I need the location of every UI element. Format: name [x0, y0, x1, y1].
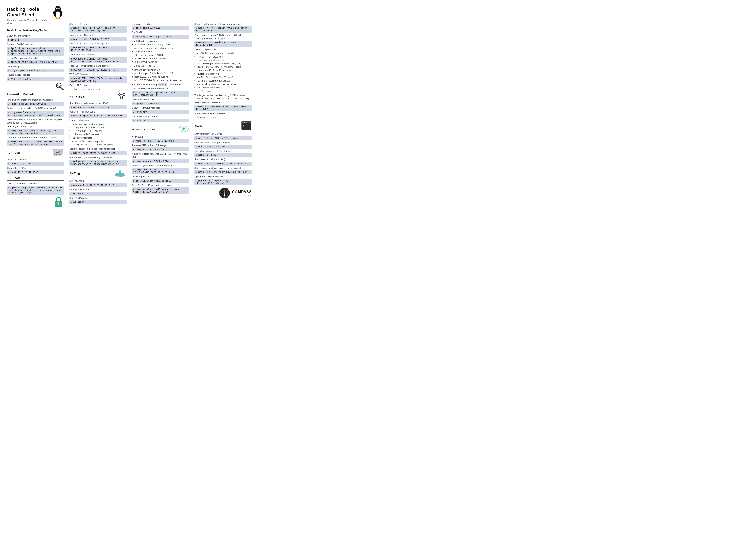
desc-scan-dbs: Public internet scan databases:: [194, 112, 252, 115]
lock-icon: [53, 196, 64, 208]
cmd-masscan: # masscan -p80,8000-8100 --rate 20000 10…: [194, 104, 252, 111]
svg-point-11: [58, 17, 60, 19]
svg-point-47: [246, 122, 247, 123]
shark-icon: [114, 168, 126, 178]
desc-change-ip: Change IP/MAC address:: [7, 43, 64, 46]
col4-spacer: [194, 7, 252, 22]
desc-perf-tuning: Performance Tuning (1 SYN packet ≈ 60 by…: [194, 33, 252, 40]
bullet-PR: -PR: ARP host discovery: [194, 55, 252, 59]
logo-highlight: O: [235, 190, 238, 194]
desc-sslyze: Test TLS server certificate and ciphers:: [69, 64, 126, 68]
bullet-curl-L: -L: Follow redirects: [69, 136, 126, 140]
divider: [7, 33, 64, 33]
desc-nmap-script: Or using an nmap script:: [7, 125, 64, 128]
bullet-sC: -sC: Script scan (default scripts): [194, 79, 252, 83]
bullet-r: -r file: Read PCAP file: [132, 60, 189, 64]
cmd-dns: # dig compass-security.com: [7, 69, 64, 72]
bullet-not-arp: not arp: No ARP packets: [132, 69, 189, 72]
cmd-nikto: # nikto -host https://example.net: [69, 151, 126, 155]
cmd-amass: # amass enum -src -brute -min-for-recurs…: [7, 140, 64, 146]
logo-text-block: COMPASS SECURITY: [232, 190, 252, 196]
cmd-nmap-script: # nmap -sn -Pn compass-security.com --sc…: [7, 129, 64, 135]
desc-amass: Combine various sources for subdomain en…: [7, 136, 64, 139]
cmd-dig-ns: # dig example.com ns # dig example.com a…: [7, 111, 64, 117]
section-heading-basic-linux: Basic Linux Networking Tools: [7, 29, 64, 32]
curl-options-list: -k: Accept untrusted certificates -d "fo…: [69, 123, 126, 147]
cmd-list-scripts: # ls /usr/share/nmap/scripts: [132, 179, 189, 183]
svg-point-28: [121, 97, 122, 99]
desc-arpspoof: ARP spoofing:: [69, 180, 126, 183]
desc-bind-shell: Start bind shell (on victim):: [194, 132, 252, 136]
desc-tcp-scan: TCP scan (SYN scan = half-open scan):: [132, 164, 189, 167]
svg-point-13: [57, 84, 60, 87]
desc-pty: Upgrade to pseudo terminal:: [194, 175, 252, 178]
terminal-icon: $ _: [241, 121, 252, 130]
cmd-gobuster: # gobuster -u https://10.5.23.42 -w /usr…: [69, 159, 126, 166]
cmd-arp-scan: # nmap -n -sn -PR 10.5.23.0/24: [132, 139, 189, 143]
svg-point-53: [224, 192, 225, 194]
cmd-ncat-connect: # ncat 10.5.23.42 1337: [7, 170, 64, 174]
desc-tcpdump-filters: Useful tcpdump filters:: [132, 65, 189, 68]
desc-ip-config: Show IP configuration:: [7, 34, 64, 38]
ncat-icon: ncat: [52, 148, 64, 156]
desc-vuln-scan: Scan for vulnerabilities (script categor…: [194, 22, 252, 26]
cmd-connect-bind: # ncat 10.5.23.42 2305: [194, 145, 252, 149]
svg-text:ncat: ncat: [56, 151, 60, 153]
col3-spacer: [132, 7, 189, 22]
section-heading-tcp: TCP Tools: [7, 151, 20, 154]
svg-point-6: [59, 8, 60, 9]
desc-cidr: The target can be specified using CIDR n…: [194, 94, 252, 100]
bullet-XX: -XX: Print in hex and ASCII: [132, 53, 189, 57]
bullet-i: -i interface: Interface or any for all: [132, 43, 189, 46]
bullet-curl-d: -d "foo=bar": HTTP POST data: [69, 126, 126, 129]
column-4: Scan for vulnerabilities (script categor…: [192, 4, 254, 210]
bullet-curl-k: -k: Accept untrusted certificates: [69, 123, 126, 126]
bullet-script: --script <file/category>: Specific scrip…: [194, 83, 252, 86]
bullet-ssllabs: ssllabs.com, hardenize.com: [69, 88, 126, 91]
eye-icon: [178, 124, 189, 133]
desc-nmap-options: Useful nmap options:: [194, 48, 252, 51]
page-layout: Hacking Tools Cheat Sheet Compass Securi…: [4, 4, 254, 210]
bullet-port: port ftp or port 23: Only port 21 or 23: [132, 72, 189, 75]
cmd-ettercap: # ettercap -G: [69, 192, 126, 196]
desc-flush-arp: Delete ARP cache:: [132, 22, 189, 26]
desc-driftnet: Show transmitted images:: [132, 115, 189, 118]
divider4: [7, 181, 64, 181]
cmd-ngrep: # ngrep -i password: [132, 101, 189, 105]
svg-text:$ _: $ _: [243, 125, 247, 127]
header-section: Hacking Tools Cheat Sheet Compass Securi…: [7, 7, 64, 27]
desc-crt: Get hostnames from CT logs: Search for %…: [7, 118, 64, 125]
svg-line-30: [120, 95, 121, 97]
cmd-self-signed: # openssl req -x509 -newkey rsa:2048 -ke…: [7, 186, 64, 195]
cmd-ssh-sniff: ssh 10.5.23.42 tcpdump -w- port not ssh …: [132, 91, 189, 97]
cmd-rdns-range: # nmap -sL 10.5.23.0/24: [132, 148, 189, 152]
online-tls-list: ssllabs.com, hardenize.com: [69, 88, 126, 91]
bullet-iL: -iL file: Host input file: [194, 72, 252, 76]
svg-marker-33: [118, 169, 122, 174]
svg-point-26: [118, 93, 121, 96]
nmap-options-list: -n: Disable name and port resolution -PR…: [194, 52, 252, 93]
divider5: [69, 100, 126, 100]
cmd-arp-cache: # ip neigh: [69, 200, 126, 204]
column-3: Delete ARP cache: # ip neigh flush all S…: [129, 4, 192, 210]
svg-line-14: [61, 87, 63, 90]
cmd-listen-reverse: # ncat -l -p 23: [194, 153, 252, 157]
desc-ncat-listen: Listen on TCP port:: [7, 158, 64, 161]
col2-spacer: [69, 7, 126, 22]
bullet-net: net 10.5.23.0/24: Only from/to hosts in …: [132, 79, 189, 82]
cmd-connect-tls: # ncat --ssl 10.5.23.42 1337: [69, 37, 126, 41]
cmd-perf-tuning: # nmap -n -Pn --min-rate 20000 10.5.23.0…: [194, 41, 252, 47]
tcpdump-filters-list: not arp: No ARP packets port ftp or port…: [132, 69, 189, 82]
bullet-curl-H: -H: "Foo: Bar": HTTP header: [69, 129, 126, 133]
tcpdump-options-list: -i interface: Interface or any for all -…: [132, 43, 189, 64]
desc-static-ip: Static IP address configuration:: [7, 56, 64, 60]
cmd-socat: # socat TCP-LISTEN:2305,fork,reuseaddr s…: [69, 76, 126, 83]
cmd-openssl-connect: # openssl s_client -connect 10.5.23.42:1…: [69, 46, 126, 52]
bullet-curl-o: -o foobar.html: Write output file: [69, 140, 126, 143]
desc-cert-details: Show certificate details:: [69, 53, 126, 56]
section-heading-http: HTTP Tools: [69, 95, 85, 98]
svg-point-42: [184, 128, 184, 129]
cmd-cert-details: # openssl s_client -connect 10.5.23.42:1…: [69, 57, 126, 63]
desc-curl-options: Useful curl options:: [69, 119, 126, 122]
svg-point-46: [244, 122, 245, 123]
